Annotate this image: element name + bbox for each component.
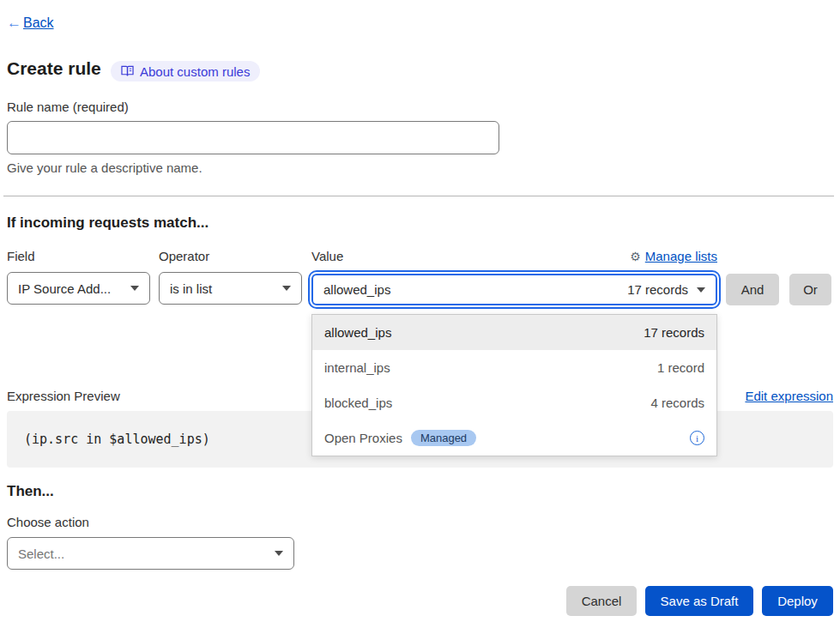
manage-lists-link[interactable]: ⚙ Manage lists [630,249,717,263]
dropdown-option-internal-ips[interactable]: internal_ips 1 record [312,350,716,385]
about-badge-label: About custom rules [140,64,250,79]
create-rule-page: ←Back Create rule About custom rules Rul… [0,0,840,634]
match-section-heading: If incoming requests match... [7,214,208,232]
operator-select[interactable]: is in list [159,272,302,305]
option-count: 1 record [657,360,704,375]
choose-action-label: Choose action [7,515,89,529]
save-as-draft-button[interactable]: Save as Draft [645,586,753,616]
field-select-value: IP Source Add... [18,281,111,296]
dropdown-option-open-proxies[interactable]: Open Proxies Managed [312,420,716,456]
back-link[interactable]: ←Back [7,15,54,32]
dropdown-option-allowed-ips[interactable]: allowed_ips 17 records [312,315,716,350]
dropdown-option-blocked-ips[interactable]: blocked_ips 4 records [312,385,716,420]
value-select-count: 17 records [627,282,688,297]
value-select[interactable]: allowed_ips 17 records [311,274,717,305]
chevron-down-icon [130,286,139,291]
action-select[interactable]: Select... [7,537,294,570]
rule-name-label: Rule name (required) [7,100,129,114]
expression-preview-label: Expression Preview [7,389,120,403]
value-dropdown: allowed_ips 17 records internal_ips 1 re… [311,314,717,456]
option-count: 4 records [650,395,704,410]
option-name: Open Proxies [324,431,402,445]
back-arrow-icon: ← [7,15,21,31]
operator-select-value: is in list [170,281,212,296]
then-section-heading: Then... [7,483,54,500]
expression-code: (ip.src in $allowed_ips) [24,432,210,447]
option-count: 17 records [644,325,704,340]
option-name: blocked_ips [324,395,392,410]
chevron-down-icon [282,286,291,291]
action-select-placeholder: Select... [18,546,64,561]
back-link-label[interactable]: Back [23,15,54,30]
option-name: internal_ips [324,360,390,375]
about-custom-rules-link[interactable]: About custom rules [111,61,260,82]
rule-name-input[interactable] [7,121,499,154]
managed-badge: Managed [411,430,476,446]
book-icon [121,65,134,77]
field-label: Field [7,249,35,263]
option-name: allowed_ips [324,325,391,340]
cancel-button[interactable]: Cancel [566,586,637,616]
chevron-down-icon [275,551,283,556]
rule-name-helper: Give your rule a descriptive name. [7,160,202,175]
edit-expression-link[interactable]: Edit expression [745,389,833,403]
gear-icon: ⚙ [630,250,641,263]
info-icon[interactable] [690,431,704,445]
page-title: Create rule [7,58,101,79]
operator-label: Operator [159,249,209,263]
manage-lists-label[interactable]: Manage lists [645,249,717,263]
and-button[interactable]: And [726,274,779,305]
value-select-name: allowed_ips [323,282,390,297]
section-divider [3,196,834,196]
or-button[interactable]: Or [789,274,831,305]
field-select[interactable]: IP Source Add... [7,272,150,305]
chevron-down-icon [697,287,705,293]
deploy-button[interactable]: Deploy [762,586,833,616]
value-label: Value [311,249,343,263]
